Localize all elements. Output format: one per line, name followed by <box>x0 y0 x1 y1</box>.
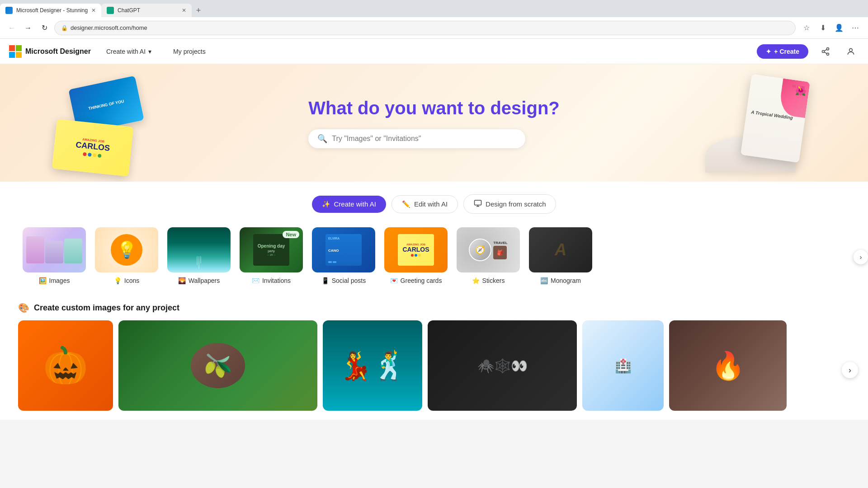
tab-favicon-chatgpt <box>107 7 114 14</box>
greeting-icon: 💌 <box>390 277 398 284</box>
top-nav: Microsoft Designer Create with AI ▾ My p… <box>0 39 868 64</box>
custom-images-grid: 🎃 🫒 💃🕺 🕷️🕸️👀 🏥 🔥 › <box>18 320 850 420</box>
app: Microsoft Designer Create with AI ▾ My p… <box>0 39 868 420</box>
create-with-ai-nav-label: Create with AI <box>106 48 146 55</box>
tab-favicon <box>5 7 13 14</box>
stickers-text: Stickers <box>482 277 505 284</box>
dropdown-chevron-icon: ▾ <box>148 48 151 55</box>
monogram-label: 🔤 Monogram <box>540 277 581 284</box>
my-projects-nav-button[interactable]: My projects <box>167 45 212 58</box>
forward-button[interactable]: → <box>22 22 34 34</box>
create-with-ai-tab[interactable]: ✨ Create with AI <box>312 196 386 213</box>
svg-point-5 <box>822 50 825 52</box>
social-preview-label: ELVIRA <box>328 237 359 240</box>
category-row: 🖼️ Images 💡 💡 Icons <box>0 223 868 291</box>
new-tab-button[interactable]: + <box>192 4 205 17</box>
create-with-ai-nav-button[interactable]: Create with AI ▾ <box>100 45 158 58</box>
greeting-text: Greeting cards <box>401 277 442 284</box>
section-icon: 🎨 <box>18 302 29 313</box>
category-invitations[interactable]: New Opening day party -- 29 -- ✉️ Invita… <box>235 227 307 284</box>
section-title: Create custom images for any project <box>34 303 179 313</box>
custom-image-dancers[interactable]: 💃🕺 <box>323 320 422 411</box>
svg-rect-10 <box>475 200 481 205</box>
custom-image-pumpkin[interactable]: 🎃 <box>18 320 113 411</box>
svg-line-8 <box>824 49 827 51</box>
hero-search-input[interactable] <box>332 135 516 143</box>
hero-card-tropical: 01 12 28 🌺 A Tropical Wedding <box>741 74 810 163</box>
images-thumbnail <box>23 227 86 272</box>
my-projects-label: My projects <box>173 48 206 55</box>
create-plus-icon: ✦ <box>766 48 771 55</box>
custom-image-spider[interactable]: 🕷️🕸️👀 <box>428 320 577 411</box>
hero-search-bar[interactable]: 🔍 <box>308 129 525 148</box>
social-preview-name: CANO <box>328 249 359 253</box>
custom-images-next-arrow[interactable]: › <box>842 362 858 378</box>
stickers-icon: ⭐ <box>472 277 480 284</box>
app-logo-text: Microsoft Designer <box>25 47 91 56</box>
tab-chatgpt[interactable]: ChatGPT ✕ <box>101 4 192 17</box>
tab-bar: Microsoft Designer - Stunning ✕ ChatGPT … <box>0 0 868 17</box>
monogram-preview-letter: A <box>555 240 566 259</box>
category-wallpapers[interactable]: 🌄 Wallpapers <box>163 227 235 284</box>
greeting-label: 💌 Greeting cards <box>390 277 442 284</box>
edit-ai-tab-label: Edit with AI <box>414 200 448 208</box>
medical-emoji: 🏥 <box>615 358 632 374</box>
category-monogram[interactable]: A 🔤 Monogram <box>524 227 597 284</box>
icons-text: Icons <box>124 277 139 284</box>
invitations-thumbnail: New Opening day party -- 29 -- <box>240 227 303 272</box>
share-icon[interactable] <box>817 43 834 60</box>
tab-close-icon[interactable]: ✕ <box>91 7 96 14</box>
monogram-thumbnail: A <box>529 227 592 272</box>
sparkle-icon: ✨ <box>322 200 330 208</box>
tab-close-chatgpt-icon[interactable]: ✕ <box>182 7 186 14</box>
svg-rect-0 <box>9 45 15 51</box>
monogram-icon: 🔤 <box>540 277 548 284</box>
invitations-label: ✉️ Invitations <box>252 277 291 284</box>
section-header: 🎨 Create custom images for any project <box>18 302 850 313</box>
svg-rect-3 <box>16 52 22 58</box>
images-text: Images <box>49 277 70 284</box>
invite-preview-date: -- 29 -- <box>267 253 275 256</box>
user-avatar[interactable] <box>843 43 859 60</box>
category-images[interactable]: 🖼️ Images <box>18 227 90 284</box>
invitations-text: Invitations <box>262 277 291 284</box>
downloads-icon[interactable]: ⬇ <box>816 21 830 35</box>
category-greeting[interactable]: AMAZING JOB CARLOS 💌 Greeting cards <box>380 227 452 284</box>
spider-emoji: 🕷️🕸️👀 <box>477 358 528 374</box>
create-button-label: + Create <box>774 48 799 55</box>
icons-label: 💡 Icons <box>114 277 139 284</box>
reload-button[interactable]: ↻ <box>38 22 51 34</box>
hero-card-blue-text: THINKING OF YOU <box>85 96 128 114</box>
logo-area: Microsoft Designer <box>9 45 91 58</box>
hero-title: What do you want to design? <box>308 98 560 118</box>
custom-image-medical[interactable]: 🏥 <box>582 320 664 411</box>
hero-section: THINKING OF YOU AMAZING JOB CARLOS What … <box>0 64 868 182</box>
custom-images-section: 🎨 Create custom images for any project 🎃… <box>0 291 868 420</box>
back-button[interactable]: ← <box>5 22 18 34</box>
images-label: 🖼️ Images <box>39 277 70 284</box>
greeting-thumbnail: AMAZING JOB CARLOS <box>384 227 448 272</box>
tab-label: Microsoft Designer - Stunning <box>16 7 88 14</box>
design-icon <box>474 199 482 209</box>
create-primary-button[interactable]: ✦ + Create <box>757 44 808 59</box>
tab-microsoft-designer[interactable]: Microsoft Designer - Stunning ✕ <box>0 4 101 17</box>
custom-image-fireplace[interactable]: 🔥 <box>669 320 787 411</box>
olives-bowl: 🫒 <box>191 343 245 388</box>
category-social[interactable]: ELVIRA CANO 📱 Social posts <box>307 227 380 284</box>
stickers-thumbnail: 🧭 TRAVEL 🎒 <box>457 227 520 272</box>
browser-toolbar: ← → ↻ 🔒 designer.microsoft.com/home ☆ ⬇ … <box>0 17 868 39</box>
edit-with-ai-tab[interactable]: ✏️ Edit with AI <box>392 195 458 213</box>
custom-image-olives[interactable]: 🫒 <box>118 320 317 411</box>
category-stickers[interactable]: 🧭 TRAVEL 🎒 ⭐ Stickers <box>452 227 524 284</box>
settings-icon[interactable]: ⋯ <box>848 21 863 35</box>
new-badge: New <box>283 231 299 238</box>
profile-icon[interactable]: 👤 <box>832 21 846 35</box>
address-bar[interactable]: 🔒 designer.microsoft.com/home <box>54 21 796 35</box>
svg-line-7 <box>824 52 827 53</box>
design-from-scratch-tab[interactable]: Design from scratch <box>463 194 556 214</box>
bookmark-icon[interactable]: ☆ <box>799 21 814 35</box>
microsoft-logo-icon <box>9 45 22 58</box>
invite-preview-title: Opening day <box>258 244 285 249</box>
category-icons[interactable]: 💡 💡 Icons <box>90 227 163 284</box>
categories-next-arrow[interactable]: › <box>854 250 868 264</box>
